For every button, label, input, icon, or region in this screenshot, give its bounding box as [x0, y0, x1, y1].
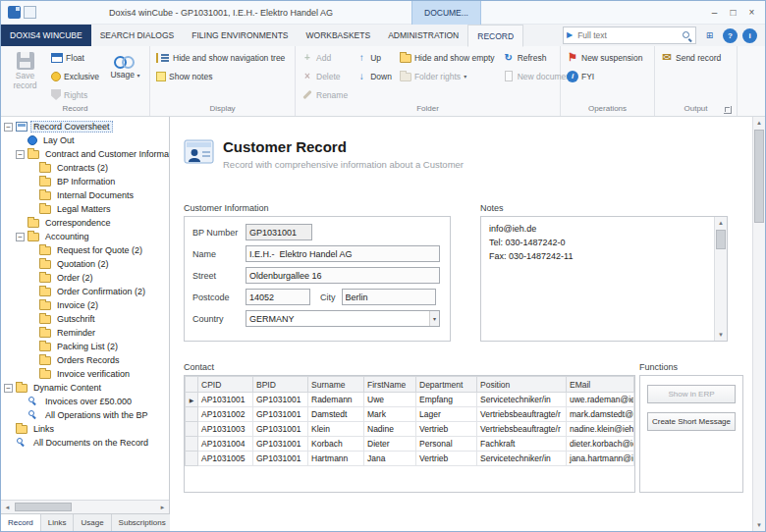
table-cell[interactable]: Klein [308, 422, 364, 437]
city-input[interactable] [342, 289, 436, 305]
table-cell[interactable]: GP1031001 [253, 437, 308, 452]
tree-item-accounting[interactable]: −Accounting [1, 230, 169, 243]
tree-expander-icon[interactable]: − [16, 150, 25, 159]
scrollbar-thumb[interactable] [15, 503, 72, 511]
scroll-up-icon[interactable]: ▲ [715, 217, 727, 229]
save-record-button[interactable]: Save record [4, 49, 46, 92]
table-cell[interactable]: nadine.klein@ieh.de [567, 422, 634, 437]
table-row[interactable]: AP1031003GP1031001KleinNadineVertriebVer… [186, 422, 634, 437]
up-button[interactable]: ↑ Up [353, 49, 395, 66]
fulltext-search-box[interactable]: ▶ [563, 27, 696, 44]
table-cell[interactable]: Empfang [416, 393, 477, 407]
tree-item-order-2[interactable]: Order (2) [1, 271, 169, 285]
tree-item-invoices-over-50-000[interactable]: Invoices over £50.000 [1, 395, 169, 408]
tree-item-invoice-2[interactable]: Invoice (2) [1, 298, 169, 312]
main-scrollbar[interactable]: ▲ ▼ [752, 117, 765, 531]
maximize-button[interactable]: □ [724, 4, 742, 22]
table-cell[interactable]: Rademann [308, 393, 364, 407]
table-row[interactable]: AP1031002GP1031001DamstedtMarkLagerVertr… [186, 407, 634, 422]
table-cell[interactable]: Personal [416, 437, 477, 452]
scroll-up-icon[interactable]: ▲ [753, 117, 765, 129]
table-cell[interactable]: Uwe [364, 393, 416, 407]
tree-item-internal-documents[interactable]: Internal Documents [1, 188, 169, 202]
table-cell[interactable]: Nadine [364, 422, 416, 437]
table-cell[interactable]: AP1031003 [198, 422, 253, 437]
column-header-bpid[interactable]: BPID [253, 377, 308, 393]
tree-item-contract-and-customer-information[interactable]: −Contract and Customer Information [1, 147, 169, 161]
table-row[interactable]: ▶AP1031001GP1031001RademannUweEmpfangSer… [186, 393, 634, 407]
delete-button[interactable]: × Delete [299, 68, 351, 84]
new-suspension-button[interactable]: ⚑ New suspension [564, 49, 645, 66]
add-button[interactable]: + Add [299, 49, 351, 66]
country-select[interactable]: GERMANY ▾ [246, 310, 440, 327]
folder-rights-button[interactable]: Folder rights ▾ [397, 68, 498, 84]
info-icon[interactable]: i [742, 28, 757, 43]
tree-expander-icon[interactable]: − [4, 384, 13, 393]
hide-show-empty-button[interactable]: Hide and show empty [397, 49, 498, 66]
send-record-button[interactable]: ✉ Send record [658, 49, 724, 66]
tree-item-correspondence[interactable]: Correspondence [1, 216, 169, 230]
table-cell[interactable]: Vertriebsbeauftragte/r [477, 422, 567, 437]
rename-button[interactable]: Rename [299, 86, 351, 103]
postcode-input[interactable] [246, 289, 310, 305]
table-cell[interactable]: Servicetechniker/in [477, 393, 567, 407]
scroll-down-icon[interactable]: ▼ [753, 519, 765, 531]
minimize-button[interactable]: – [705, 4, 724, 22]
search-icon[interactable] [682, 30, 692, 41]
column-header-department[interactable]: Department [416, 377, 477, 393]
rights-button[interactable]: Rights [48, 86, 102, 103]
table-cell[interactable]: dieter.korbach@ieh.d [567, 437, 634, 452]
table-cell[interactable]: Damstedt [308, 407, 364, 422]
column-header-position[interactable]: Position [477, 377, 567, 393]
tab-doxis4-wincube[interactable]: DOXIS4 WINCUBE [1, 25, 91, 46]
row-selector[interactable] [186, 422, 198, 437]
table-cell[interactable]: Hartmann [308, 452, 364, 466]
column-header-email[interactable]: EMail [567, 377, 634, 393]
table-cell[interactable]: Dieter [364, 437, 416, 452]
tree-item-reminder[interactable]: Reminder [1, 326, 169, 340]
tab-administration[interactable]: ADMINISTRATION [379, 25, 467, 46]
table-cell[interactable]: GP1031001 [253, 422, 308, 437]
fulltext-search-input[interactable] [575, 29, 679, 41]
table-cell[interactable]: AP1031005 [198, 452, 253, 466]
tree-item-orders-records[interactable]: Orders Records [1, 353, 169, 367]
scroll-right-icon[interactable]: ► [156, 505, 169, 510]
table-cell[interactable]: jana.hartmann@ieh.d [567, 452, 634, 466]
tree-item-contracts-2[interactable]: Contracts (2) [1, 161, 169, 175]
tree-item-links[interactable]: Links [1, 422, 169, 436]
tree-item-bp-information[interactable]: BP Information [1, 175, 169, 188]
panel-tab-subscriptions[interactable]: Subscriptions [112, 514, 174, 531]
tree-item-invoice-verification[interactable]: Invoice verification [1, 367, 169, 381]
table-row[interactable]: AP1031004GP1031001KorbachDieterPersonalF… [186, 437, 634, 452]
exclusive-button[interactable]: Exclusive [48, 68, 102, 84]
panel-tab-links[interactable]: Links [41, 514, 75, 531]
down-button[interactable]: ↓ Down [353, 68, 395, 84]
tree-item-record-coversheet[interactable]: −Record Coversheet [1, 120, 169, 133]
street-input[interactable] [246, 267, 440, 284]
grid-icon[interactable]: ⊞ [701, 27, 718, 44]
tree-item-lay-out[interactable]: Lay Out [1, 133, 169, 147]
run-search-icon[interactable]: ▶ [567, 31, 573, 39]
table-cell[interactable]: Mark [364, 407, 416, 422]
tree-item-legal-matters[interactable]: Legal Matters [1, 202, 169, 216]
show-in-erp-button[interactable]: Show in ERP [647, 385, 736, 403]
tree-item-all-documents-on-the-record[interactable]: All Documents on the Record [1, 436, 169, 450]
notes-text[interactable]: info@ieh.de Tel: 030-1487242-0 Fax: 030-… [489, 222, 707, 263]
table-cell[interactable]: Vertrieb [416, 452, 477, 466]
bp-number-input[interactable] [246, 224, 312, 240]
scroll-left-icon[interactable]: ◄ [1, 505, 14, 510]
scrollbar-thumb[interactable] [754, 130, 764, 223]
help-icon[interactable]: ? [723, 28, 738, 43]
dialog-launcher-icon[interactable] [724, 106, 732, 114]
tab-filing-environments[interactable]: FILING ENVIRONMENTS [183, 25, 297, 46]
tree-expander-icon[interactable]: − [16, 233, 25, 241]
fyi-button[interactable]: i FYI [564, 68, 597, 84]
tab-search-dialogs[interactable]: SEARCH DIALOGS [91, 25, 184, 46]
table-cell[interactable]: AP1031002 [198, 407, 253, 422]
table-cell[interactable]: AP1031004 [198, 437, 253, 452]
table-cell[interactable]: Fachkraft [477, 437, 567, 452]
notes-scrollbar[interactable]: ▲ ▼ [714, 217, 727, 341]
show-notes-button[interactable]: Show notes [153, 68, 215, 84]
table-cell[interactable]: uwe.rademan@ieh.de [567, 393, 634, 407]
row-selector[interactable] [186, 407, 198, 422]
